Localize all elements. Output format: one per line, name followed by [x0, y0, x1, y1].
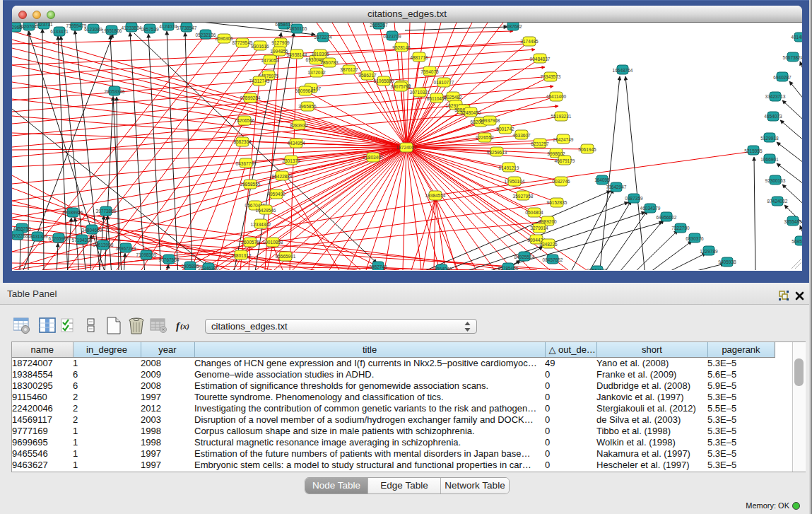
svg-text:164095: 164095 — [594, 177, 610, 182]
svg-text:2665267: 2665267 — [370, 23, 388, 28]
svg-text:3348226: 3348226 — [539, 242, 558, 247]
svg-text:55902288: 55902288 — [12, 233, 28, 238]
svg-text:1994855: 1994855 — [270, 49, 288, 54]
svg-text:7594075: 7594075 — [420, 69, 439, 74]
svg-text:37738547: 37738547 — [177, 25, 197, 30]
svg-text:0857539: 0857539 — [141, 27, 159, 32]
svg-text:18724007: 18724007 — [396, 145, 417, 150]
svg-text:08457652: 08457652 — [543, 257, 563, 262]
svg-text:35927958: 35927958 — [513, 194, 534, 199]
svg-text:9127909: 9127909 — [271, 40, 290, 45]
svg-text:4881716: 4881716 — [410, 55, 428, 60]
svg-text:0504804: 0504804 — [525, 210, 543, 215]
svg-text:86422889: 86422889 — [272, 174, 293, 179]
svg-text:1473053: 1473053 — [261, 58, 279, 63]
svg-text:65785466: 65785466 — [498, 266, 519, 271]
svg-text:48431329: 48431329 — [28, 234, 48, 239]
svg-text:84925514: 84925514 — [514, 255, 535, 259]
svg-text:16429546: 16429546 — [256, 208, 276, 213]
svg-text:9586217: 9586217 — [358, 73, 377, 78]
svg-text:5129918: 5129918 — [760, 136, 779, 141]
svg-text:6025482: 6025482 — [444, 95, 462, 100]
svg-text:4959490: 4959490 — [267, 192, 286, 197]
svg-text:34804660: 34804660 — [82, 228, 102, 233]
svg-text:4434954: 4434954 — [287, 141, 305, 146]
svg-text:69956602: 69956602 — [657, 215, 677, 220]
svg-text:30710321: 30710321 — [410, 90, 430, 95]
svg-text:5001742: 5001742 — [496, 127, 514, 132]
svg-text:5695772: 5695772 — [792, 239, 802, 244]
svg-text:3855489: 3855489 — [784, 219, 802, 224]
svg-text:3982745: 3982745 — [369, 264, 387, 269]
svg-text:8582364: 8582364 — [233, 139, 252, 144]
svg-text:45411400: 45411400 — [546, 94, 567, 99]
svg-text:97899284: 97899284 — [240, 95, 261, 100]
svg-text:61065880: 61065880 — [374, 78, 394, 83]
svg-text:07089926: 07089926 — [63, 210, 83, 215]
svg-text:39075792: 39075792 — [391, 84, 411, 89]
svg-text:26424749: 26424749 — [553, 137, 574, 142]
svg-text:(x): (x) — [180, 322, 189, 331]
svg-text:56673824: 56673824 — [783, 55, 802, 60]
svg-text:38967214: 38967214 — [116, 246, 136, 251]
svg-text:19651806: 19651806 — [102, 28, 122, 33]
svg-text:3279914: 3279914 — [530, 226, 548, 230]
svg-text:4633607: 4633607 — [512, 133, 531, 138]
svg-text:1818395: 1818395 — [311, 52, 329, 57]
svg-text:67265995: 67265995 — [49, 236, 69, 241]
svg-text:90767564: 90767564 — [159, 257, 180, 262]
svg-text:96152835: 96152835 — [547, 200, 567, 205]
svg-text:0032746: 0032746 — [552, 179, 570, 184]
svg-text:04367799: 04367799 — [236, 161, 257, 166]
svg-text:6123089: 6123089 — [84, 27, 102, 32]
svg-text:46034379: 46034379 — [640, 206, 661, 211]
svg-text:9405938: 9405938 — [718, 259, 736, 264]
svg-text:1066901: 1066901 — [760, 157, 779, 162]
svg-text:54938144: 54938144 — [287, 52, 307, 57]
svg-text:14850165: 14850165 — [287, 26, 307, 31]
svg-text:57194386: 57194386 — [72, 238, 93, 243]
svg-text:10010858: 10010858 — [263, 240, 283, 245]
svg-text:9998602: 9998602 — [547, 151, 565, 156]
svg-text:5215955: 5215955 — [744, 148, 763, 153]
svg-text:41233834: 41233834 — [122, 25, 142, 30]
svg-text:5061945: 5061945 — [578, 147, 596, 152]
svg-text:87729545: 87729545 — [233, 40, 253, 45]
svg-text:5323731: 5323731 — [35, 23, 53, 27]
svg-text:26346300: 26346300 — [199, 266, 219, 271]
svg-text:56099647: 56099647 — [295, 88, 316, 93]
svg-text:0323709: 0323709 — [383, 34, 401, 39]
svg-text:16648764: 16648764 — [613, 68, 633, 73]
svg-text:7322790: 7322790 — [671, 226, 690, 230]
svg-text:6133471: 6133471 — [50, 29, 69, 34]
svg-text:9528146: 9528146 — [392, 45, 411, 50]
svg-text:4124074: 4124074 — [159, 24, 177, 29]
svg-text:73343573: 73343573 — [541, 74, 561, 79]
svg-text:17950104: 17950104 — [505, 179, 525, 184]
svg-text:2696306: 2696306 — [215, 36, 233, 41]
svg-text:39858555: 39858555 — [240, 182, 261, 187]
svg-text:12334342: 12334342 — [251, 222, 271, 227]
svg-text:01810777: 01810777 — [434, 80, 454, 85]
svg-text:74206566: 74206566 — [235, 118, 255, 123]
svg-text:74312743: 74312743 — [249, 78, 270, 83]
svg-text:4654073: 4654073 — [764, 114, 782, 119]
svg-text:3174485: 3174485 — [520, 39, 539, 44]
svg-text:7860783: 7860783 — [320, 60, 339, 65]
svg-text:19384554: 19384554 — [425, 193, 446, 198]
svg-text:13801312: 13801312 — [231, 253, 252, 258]
svg-text:87424002: 87424002 — [767, 199, 788, 204]
svg-text:94613998: 94613998 — [93, 243, 114, 247]
svg-text:98557649: 98557649 — [587, 268, 608, 271]
svg-text:92300163: 92300163 — [765, 178, 786, 183]
svg-text:2087682: 2087682 — [504, 24, 522, 29]
svg-text:3965856: 3965856 — [298, 104, 317, 109]
svg-text:5372274: 5372274 — [314, 35, 332, 40]
svg-text:21803407: 21803407 — [363, 155, 384, 160]
svg-text:55193231: 55193231 — [551, 114, 572, 119]
svg-text:2600576: 2600576 — [241, 240, 259, 245]
svg-text:95565901: 95565901 — [276, 254, 296, 259]
svg-text:1372032: 1372032 — [307, 70, 326, 75]
svg-text:6830376: 6830376 — [686, 236, 704, 241]
svg-text:1229789: 1229789 — [700, 249, 718, 254]
